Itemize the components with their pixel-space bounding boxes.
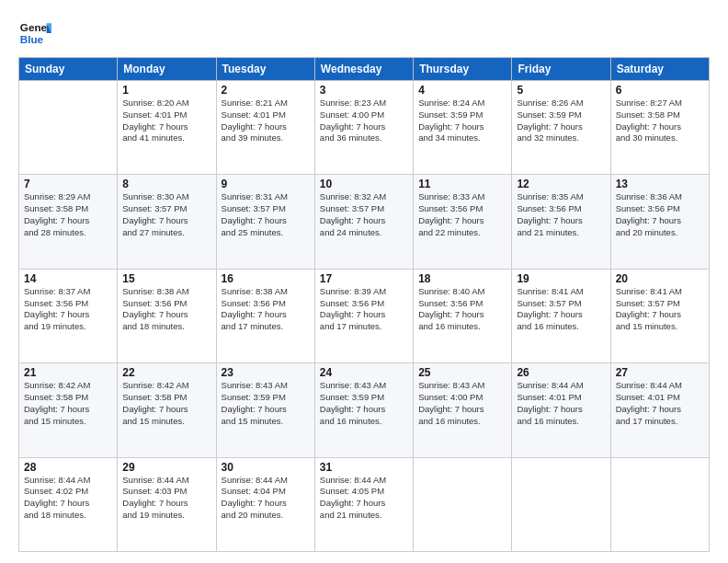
day-number: 29 <box>122 461 210 474</box>
calendar-cell: 29Sunrise: 8:44 AM Sunset: 4:03 PM Dayli… <box>118 457 216 551</box>
calendar-cell <box>512 457 610 551</box>
calendar-cell: 24Sunrise: 8:43 AM Sunset: 3:59 PM Dayli… <box>314 363 413 457</box>
day-number: 13 <box>616 178 704 190</box>
calendar-cell: 2Sunrise: 8:21 AM Sunset: 4:01 PM Daylig… <box>216 81 314 175</box>
calendar-cell: 4Sunrise: 8:24 AM Sunset: 3:59 PM Daylig… <box>414 81 512 175</box>
day-info: Sunrise: 8:44 AM Sunset: 4:03 PM Dayligh… <box>122 475 210 522</box>
calendar-cell: 9Sunrise: 8:31 AM Sunset: 3:57 PM Daylig… <box>216 175 314 269</box>
day-info: Sunrise: 8:38 AM Sunset: 3:56 PM Dayligh… <box>122 286 210 333</box>
day-number: 12 <box>517 178 605 190</box>
calendar-cell: 22Sunrise: 8:42 AM Sunset: 3:58 PM Dayli… <box>118 363 216 457</box>
calendar-cell: 1Sunrise: 8:20 AM Sunset: 4:01 PM Daylig… <box>118 81 216 175</box>
calendar-cell: 27Sunrise: 8:44 AM Sunset: 4:01 PM Dayli… <box>610 363 709 457</box>
calendar-cell <box>610 457 709 551</box>
calendar-cell: 5Sunrise: 8:26 AM Sunset: 3:59 PM Daylig… <box>512 81 610 175</box>
day-number: 16 <box>222 272 310 285</box>
day-info: Sunrise: 8:44 AM Sunset: 4:01 PM Dayligh… <box>517 380 605 427</box>
day-number: 22 <box>122 366 210 379</box>
calendar-week-row: 1Sunrise: 8:20 AM Sunset: 4:01 PM Daylig… <box>19 81 710 175</box>
calendar-week-row: 7Sunrise: 8:29 AM Sunset: 3:58 PM Daylig… <box>19 175 710 269</box>
col-header-saturday: Saturday <box>610 58 709 81</box>
day-number: 24 <box>320 366 408 379</box>
day-info: Sunrise: 8:44 AM Sunset: 4:02 PM Dayligh… <box>24 475 112 522</box>
calendar-cell: 31Sunrise: 8:44 AM Sunset: 4:05 PM Dayli… <box>314 457 413 551</box>
col-header-tuesday: Tuesday <box>216 58 314 81</box>
day-number: 11 <box>418 178 506 190</box>
col-header-friday: Friday <box>512 58 610 81</box>
day-info: Sunrise: 8:40 AM Sunset: 3:56 PM Dayligh… <box>418 286 506 333</box>
day-info: Sunrise: 8:24 AM Sunset: 3:59 PM Dayligh… <box>418 98 506 144</box>
day-info: Sunrise: 8:43 AM Sunset: 4:00 PM Dayligh… <box>418 380 506 427</box>
logo: General Blue <box>18 17 53 50</box>
calendar-cell: 26Sunrise: 8:44 AM Sunset: 4:01 PM Dayli… <box>512 363 610 457</box>
calendar-cell <box>414 457 512 551</box>
day-info: Sunrise: 8:38 AM Sunset: 3:56 PM Dayligh… <box>222 286 310 333</box>
calendar-cell: 21Sunrise: 8:42 AM Sunset: 3:58 PM Dayli… <box>19 363 118 457</box>
calendar-cell: 11Sunrise: 8:33 AM Sunset: 3:56 PM Dayli… <box>414 175 512 269</box>
day-info: Sunrise: 8:37 AM Sunset: 3:56 PM Dayligh… <box>24 286 112 333</box>
day-number: 17 <box>320 272 408 285</box>
day-number: 28 <box>24 461 112 474</box>
day-info: Sunrise: 8:36 AM Sunset: 3:56 PM Dayligh… <box>616 191 704 238</box>
calendar-header-row: SundayMondayTuesdayWednesdayThursdayFrid… <box>19 58 710 81</box>
calendar-cell: 10Sunrise: 8:32 AM Sunset: 3:57 PM Dayli… <box>314 175 413 269</box>
day-number: 6 <box>616 84 704 97</box>
calendar-table: SundayMondayTuesdayWednesdayThursdayFrid… <box>18 57 710 552</box>
day-number: 21 <box>24 366 112 379</box>
day-info: Sunrise: 8:44 AM Sunset: 4:05 PM Dayligh… <box>320 475 408 522</box>
calendar-cell: 7Sunrise: 8:29 AM Sunset: 3:58 PM Daylig… <box>19 175 118 269</box>
day-info: Sunrise: 8:41 AM Sunset: 3:57 PM Dayligh… <box>517 286 605 333</box>
day-number: 3 <box>320 84 408 97</box>
day-number: 9 <box>222 178 310 190</box>
calendar-cell: 8Sunrise: 8:30 AM Sunset: 3:57 PM Daylig… <box>118 175 216 269</box>
day-number: 27 <box>616 366 704 379</box>
calendar-cell: 23Sunrise: 8:43 AM Sunset: 3:59 PM Dayli… <box>216 363 314 457</box>
calendar-cell: 3Sunrise: 8:23 AM Sunset: 4:00 PM Daylig… <box>314 81 413 175</box>
day-info: Sunrise: 8:41 AM Sunset: 3:57 PM Dayligh… <box>616 286 704 333</box>
day-info: Sunrise: 8:33 AM Sunset: 3:56 PM Dayligh… <box>418 191 506 238</box>
day-info: Sunrise: 8:35 AM Sunset: 3:56 PM Dayligh… <box>517 191 605 238</box>
day-info: Sunrise: 8:43 AM Sunset: 3:59 PM Dayligh… <box>222 380 310 427</box>
col-header-sunday: Sunday <box>19 58 118 81</box>
col-header-monday: Monday <box>118 58 216 81</box>
day-number: 5 <box>517 84 605 97</box>
calendar-cell: 13Sunrise: 8:36 AM Sunset: 3:56 PM Dayli… <box>610 175 709 269</box>
day-number: 23 <box>222 366 310 379</box>
calendar-cell <box>19 81 118 175</box>
day-number: 25 <box>418 366 506 379</box>
day-number: 30 <box>222 461 310 474</box>
calendar-cell: 15Sunrise: 8:38 AM Sunset: 3:56 PM Dayli… <box>118 269 216 362</box>
calendar-cell: 20Sunrise: 8:41 AM Sunset: 3:57 PM Dayli… <box>610 269 709 362</box>
day-number: 15 <box>122 272 210 285</box>
day-number: 2 <box>222 84 310 97</box>
day-info: Sunrise: 8:42 AM Sunset: 3:58 PM Dayligh… <box>122 380 210 427</box>
day-number: 19 <box>517 272 605 285</box>
calendar-cell: 18Sunrise: 8:40 AM Sunset: 3:56 PM Dayli… <box>414 269 512 362</box>
day-number: 7 <box>24 178 112 190</box>
day-number: 18 <box>418 272 506 285</box>
day-number: 31 <box>320 461 408 474</box>
day-info: Sunrise: 8:44 AM Sunset: 4:04 PM Dayligh… <box>222 475 310 522</box>
calendar-week-row: 21Sunrise: 8:42 AM Sunset: 3:58 PM Dayli… <box>19 363 710 457</box>
day-number: 20 <box>616 272 704 285</box>
day-info: Sunrise: 8:42 AM Sunset: 3:58 PM Dayligh… <box>24 380 112 427</box>
calendar-cell: 19Sunrise: 8:41 AM Sunset: 3:57 PM Dayli… <box>512 269 610 362</box>
day-info: Sunrise: 8:30 AM Sunset: 3:57 PM Dayligh… <box>122 191 210 238</box>
day-info: Sunrise: 8:32 AM Sunset: 3:57 PM Dayligh… <box>320 191 408 238</box>
calendar-cell: 25Sunrise: 8:43 AM Sunset: 4:00 PM Dayli… <box>414 363 512 457</box>
calendar-cell: 28Sunrise: 8:44 AM Sunset: 4:02 PM Dayli… <box>19 457 118 551</box>
calendar-cell: 6Sunrise: 8:27 AM Sunset: 3:58 PM Daylig… <box>610 81 709 175</box>
day-number: 4 <box>418 84 506 97</box>
day-info: Sunrise: 8:23 AM Sunset: 4:00 PM Dayligh… <box>320 98 408 144</box>
day-number: 8 <box>122 178 210 190</box>
day-info: Sunrise: 8:29 AM Sunset: 3:58 PM Dayligh… <box>24 191 112 238</box>
day-info: Sunrise: 8:26 AM Sunset: 3:59 PM Dayligh… <box>517 98 605 144</box>
day-info: Sunrise: 8:31 AM Sunset: 3:57 PM Dayligh… <box>222 191 310 238</box>
day-info: Sunrise: 8:27 AM Sunset: 3:58 PM Dayligh… <box>616 98 704 144</box>
day-info: Sunrise: 8:21 AM Sunset: 4:01 PM Dayligh… <box>222 98 310 144</box>
calendar-week-row: 14Sunrise: 8:37 AM Sunset: 3:56 PM Dayli… <box>19 269 710 362</box>
page: General Blue SundayMondayTuesdayWednesda… <box>0 0 728 563</box>
day-info: Sunrise: 8:20 AM Sunset: 4:01 PM Dayligh… <box>122 98 210 144</box>
day-info: Sunrise: 8:44 AM Sunset: 4:01 PM Dayligh… <box>616 380 704 427</box>
day-number: 10 <box>320 178 408 190</box>
